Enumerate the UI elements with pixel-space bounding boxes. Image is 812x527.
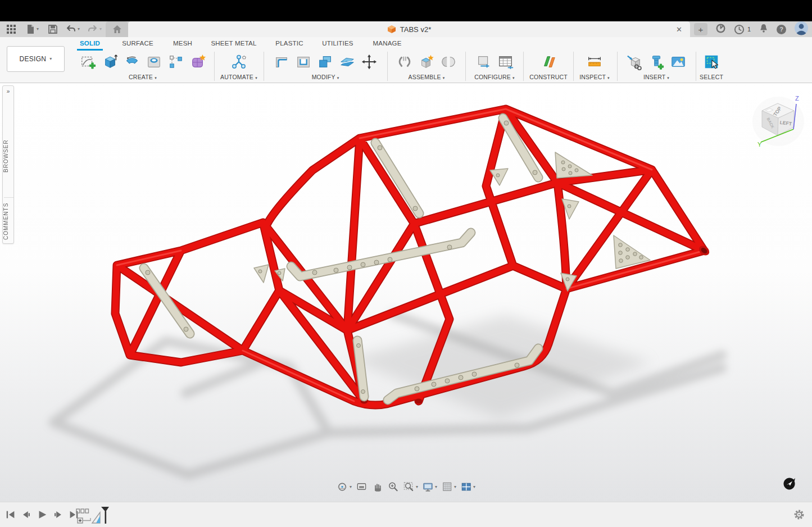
job-status-button[interactable]: 1 — [734, 24, 751, 35]
group-separator — [617, 52, 618, 81]
insert-derive-icon[interactable] — [624, 51, 645, 72]
tab-surface[interactable]: SURFACE — [122, 40, 153, 47]
assistant-bubble-icon[interactable] — [783, 477, 796, 493]
help-icon[interactable]: ? — [777, 25, 786, 34]
app-grid-icon[interactable] — [4, 22, 18, 36]
file-menu-caret[interactable]: ▾ — [37, 27, 39, 31]
tab-plastic[interactable]: PLASTIC — [275, 40, 303, 47]
undo-menu-caret[interactable]: ▾ — [78, 27, 80, 31]
display-menu-caret[interactable]: ▾ — [435, 485, 437, 489]
group-label-automate[interactable]: AUTOMATE ▾ — [218, 74, 260, 80]
timeline-play-button[interactable] — [36, 507, 48, 523]
split-body-icon[interactable] — [337, 51, 357, 72]
construction-plane-icon[interactable] — [538, 51, 559, 72]
group-separator — [264, 52, 264, 81]
browser-panel-tab[interactable]: BROWSER — [3, 120, 15, 193]
document-tab[interactable]: TABS v2* ✕ — [128, 21, 690, 37]
combine-icon[interactable] — [315, 51, 335, 72]
grid-menu-caret[interactable]: ▾ — [454, 485, 456, 489]
insert-fastener-icon[interactable] — [646, 51, 666, 72]
tab-solid[interactable]: SOLID — [80, 40, 100, 47]
redo-icon[interactable]: ▾ — [85, 22, 103, 36]
group-separator — [523, 52, 524, 81]
viewports-icon[interactable]: ▾ — [460, 481, 475, 493]
select-icon[interactable] — [701, 51, 722, 72]
close-tab-icon[interactable]: ✕ — [676, 25, 682, 34]
fit-menu-caret[interactable]: ▾ — [416, 485, 418, 489]
avatar[interactable] — [794, 21, 809, 38]
home-button[interactable] — [106, 21, 128, 37]
timeline-settings-gear-icon[interactable] — [793, 508, 805, 523]
view-cube[interactable]: TOP LEFT BACK Y Z — [746, 90, 811, 155]
group-automate: AUTOMATE ▾ — [218, 51, 260, 82]
save-icon[interactable] — [46, 22, 60, 36]
orbit-icon[interactable]: ▾ — [337, 481, 352, 493]
shell-icon[interactable] — [293, 51, 314, 72]
quick-access-toolbar: ▾ ▾ ▾ TABS v2* ✕ + 1 ? — [0, 21, 812, 37]
rectangular-pattern-icon[interactable] — [166, 51, 186, 72]
configuration-icon[interactable] — [474, 51, 494, 72]
configuration-table-icon[interactable] — [496, 51, 516, 72]
file-new-icon[interactable]: ▾ — [24, 22, 40, 36]
undo-icon[interactable]: ▾ — [63, 22, 81, 36]
tab-sheet-metal[interactable]: SHEET METAL — [211, 40, 256, 47]
timeline-position-marker[interactable] — [92, 507, 109, 524]
extrude-icon[interactable] — [100, 51, 120, 72]
create-sketch-icon[interactable] — [78, 51, 98, 72]
new-component-icon[interactable] — [416, 51, 437, 72]
tab-mesh[interactable]: MESH — [173, 40, 192, 47]
pan-icon[interactable] — [371, 481, 383, 493]
group-modify: MODIFY ▾ — [268, 51, 383, 82]
timeline-step-forward-button[interactable] — [52, 507, 64, 523]
timeline-go-to-start-button[interactable] — [4, 507, 17, 523]
group-label-create[interactable]: CREATE ▾ — [75, 74, 210, 80]
create-form-icon[interactable] — [188, 51, 208, 72]
move-icon[interactable] — [359, 51, 379, 72]
as-built-joint-icon[interactable] — [438, 51, 459, 72]
workspace-selector[interactable]: DESIGN ▾ — [7, 46, 65, 72]
timeline-step-back-button[interactable] — [20, 507, 33, 523]
fillet-icon[interactable] — [271, 51, 292, 72]
tab-manage[interactable]: MANAGE — [373, 40, 401, 47]
group-assemble: ASSEMBLE ▾ — [392, 51, 461, 82]
group-separator — [696, 52, 696, 81]
display-settings-icon[interactable]: ▾ — [422, 481, 437, 493]
automate-icon[interactable] — [229, 51, 249, 72]
joint-icon[interactable] — [394, 51, 415, 72]
grid-and-snaps-icon[interactable]: ▾ — [441, 481, 456, 493]
notifications-bell-icon[interactable] — [759, 23, 769, 36]
expand-panel-icon[interactable]: » — [3, 86, 13, 94]
measure-icon[interactable] — [584, 51, 605, 72]
viewports-menu-caret[interactable]: ▾ — [473, 485, 475, 489]
group-label-inspect[interactable]: INSPECT ▾ — [577, 74, 613, 80]
look-at-icon[interactable] — [356, 481, 368, 493]
job-count-badge: 1 — [747, 26, 751, 33]
workspace-caret: ▾ — [49, 57, 52, 61]
extensions-icon[interactable] — [715, 23, 726, 36]
group-label-insert[interactable]: INSERT ▾ — [620, 74, 692, 80]
redo-menu-caret: ▾ — [99, 27, 102, 31]
zoom-icon[interactable] — [387, 481, 399, 493]
group-label-assemble[interactable]: ASSEMBLE ▾ — [392, 74, 461, 80]
new-tab-button[interactable]: + — [694, 23, 707, 35]
comments-panel-tab[interactable]: COMMENTS — [3, 202, 15, 241]
revolve-icon[interactable] — [122, 51, 142, 72]
timeline-add-group-icon[interactable] — [78, 518, 90, 523]
document-cube-icon — [387, 25, 396, 34]
fit-icon[interactable]: ▾ — [403, 481, 418, 493]
tab-utilities[interactable]: UTILITIES — [322, 40, 353, 47]
timeline-group-icon[interactable] — [76, 509, 89, 513]
left-panel-collapsed: » BROWSER COMMENTS — [2, 85, 14, 244]
group-label-modify[interactable]: MODIFY ▾ — [268, 74, 383, 80]
orbit-menu-caret[interactable]: ▾ — [350, 485, 352, 489]
group-label-configure[interactable]: CONFIGURE ▾ — [470, 74, 519, 80]
document-title: TABS v2* — [400, 25, 431, 34]
y-axis-label: Y — [757, 141, 762, 148]
hole-icon[interactable] — [144, 51, 164, 72]
workspace-label: DESIGN — [19, 55, 46, 63]
viewport-canvas[interactable]: » BROWSER COMMENTS TOP LEFT BACK Y Z ▾ ▾ — [0, 83, 812, 502]
canvas-icon[interactable] — [668, 51, 688, 72]
group-inspect: INSPECT ▾ — [577, 51, 613, 82]
z-axis-label: Z — [795, 95, 799, 102]
timeline-track[interactable] — [75, 505, 115, 527]
